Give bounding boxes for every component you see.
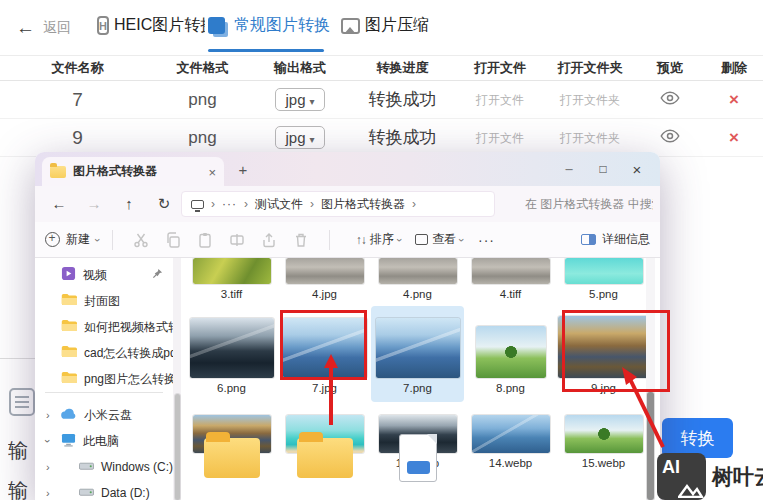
column-header: 转换进度 (350, 59, 455, 77)
sidebar-item-label: 封面图 (84, 293, 120, 310)
chevron-down-icon (310, 129, 315, 146)
file-item[interactable]: 4.png (371, 258, 464, 304)
file-item[interactable]: 7.png (371, 306, 464, 402)
preview-cell (635, 129, 705, 147)
search-input[interactable]: 在 图片格式转换器 中搜索 (525, 191, 653, 217)
open-file-cell: 打开文件 (455, 90, 545, 109)
view-button[interactable]: 查看 (415, 231, 464, 248)
open-file-cell: 打开文件 (455, 128, 545, 147)
file-item[interactable] (371, 430, 464, 500)
details-toggle-button[interactable]: 详细信息 (581, 231, 650, 248)
rename-icon[interactable] (221, 232, 253, 248)
computer-icon (61, 433, 76, 450)
explorer-titlebar[interactable]: 图片格式转换器 (35, 152, 660, 186)
file-name-label: 3.tiff (221, 288, 243, 300)
chevron-right-icon (244, 197, 248, 211)
sidebar-item[interactable]: 视频 (35, 264, 173, 286)
eye-icon[interactable] (660, 129, 680, 143)
folder-icon (50, 166, 66, 178)
breadcrumb-overflow[interactable] (222, 197, 237, 211)
nav-forward-icon[interactable] (84, 195, 104, 213)
file-thumbnail (376, 318, 460, 378)
chevron-icon[interactable] (46, 461, 50, 473)
new-button[interactable]: 新建 (45, 231, 100, 248)
open-file-link[interactable]: 打开文件 (476, 131, 524, 145)
cut-icon[interactable] (125, 232, 157, 248)
delete-x-icon[interactable]: × (729, 128, 739, 147)
sidebar-item-label: Windows (C:) (101, 460, 173, 474)
sidebar-scrollbar[interactable] (173, 258, 181, 500)
scrollbar-thumb[interactable] (647, 392, 654, 500)
chevron-icon[interactable] (42, 439, 54, 443)
open-file-link[interactable]: 打开文件 (476, 93, 524, 107)
tab-image-compress[interactable]: 图片压缩 (341, 15, 429, 36)
delete-cell: × (705, 90, 763, 110)
column-header: 打开文件 (455, 59, 545, 77)
close-icon[interactable] (620, 161, 654, 178)
file-item[interactable] (185, 430, 278, 500)
nav-back-icon[interactable] (49, 195, 69, 213)
sidebar-item-label: 如何把视频格式转成gif (84, 319, 173, 336)
more-options-button[interactable] (478, 232, 495, 248)
minimize-icon[interactable] (552, 162, 586, 176)
copy-icon[interactable] (157, 232, 189, 248)
sidebar-item[interactable]: Data (D:) (35, 482, 173, 500)
file-item[interactable]: 4.tiff (464, 258, 557, 304)
open-folder-link[interactable]: 打开文件夹 (560, 131, 620, 145)
sidebar-item-label: Data (D:) (101, 486, 150, 500)
nav-refresh-icon[interactable] (154, 195, 174, 213)
this-pc-icon[interactable] (191, 200, 204, 209)
share-icon[interactable] (253, 232, 285, 248)
progress-status: 转换成功 (350, 88, 455, 111)
sidebar-item[interactable]: 此电脑 (35, 430, 173, 452)
chevron-icon[interactable] (46, 409, 50, 421)
explorer-tab[interactable]: 图片格式转换器 (42, 157, 224, 186)
sidebar-item[interactable]: png图片怎么转换为jpg (35, 368, 173, 390)
file-item[interactable]: 5.png (557, 258, 650, 304)
file-item[interactable]: 6.png (185, 306, 278, 402)
delete-x-icon[interactable]: × (729, 90, 739, 109)
paste-icon[interactable] (189, 232, 221, 248)
new-tab-button[interactable] (233, 161, 253, 181)
sidebar-item[interactable]: 小米云盘 (35, 404, 173, 426)
convert-button[interactable]: 转换 (662, 418, 733, 458)
nav-up-icon[interactable] (119, 195, 139, 213)
brand-name: 树叶云 (712, 463, 763, 491)
partial-label-output-dir: 输 (8, 477, 38, 500)
sidebar-item[interactable]: 如何把视频格式转成gif (35, 316, 173, 338)
pin-icon (152, 268, 163, 282)
tab-label: 图片压缩 (365, 15, 429, 36)
maximize-icon[interactable] (586, 162, 620, 176)
file-item[interactable]: 4.jpg (278, 258, 371, 304)
file-name-label: 7.png (403, 382, 432, 394)
file-item[interactable] (278, 430, 371, 500)
scrollbar-thumb[interactable] (175, 394, 180, 500)
table-row: 7pngjpg转换成功打开文件打开文件夹× (0, 81, 763, 119)
sidebar-item[interactable]: Windows (C:) (35, 456, 173, 478)
address-bar[interactable]: 测试文件 图片格式转换器 (181, 191, 495, 217)
eye-icon[interactable] (660, 91, 680, 105)
address-bar-row: 测试文件 图片格式转换器 在 图片格式转换器 中搜索 (35, 186, 660, 222)
output-format-dropdown[interactable]: jpg (275, 88, 324, 111)
sidebar-item[interactable]: 封面图 (35, 290, 173, 312)
file-format-cell: png (155, 90, 250, 110)
tab-close-icon[interactable] (208, 163, 216, 181)
back-button[interactable]: 返回 (16, 17, 71, 39)
column-header: 打开文件夹 (545, 59, 635, 77)
toolbar-divider (329, 230, 330, 250)
file-thumbnail (476, 326, 546, 378)
sidebar-item[interactable]: cad怎么转换成pdf格式 (35, 342, 173, 364)
tab-heic-convert[interactable]: HEIC图片转换 (97, 15, 205, 36)
file-item[interactable]: 8.png (464, 306, 557, 402)
sort-button[interactable]: 排序 (356, 231, 402, 248)
file-item[interactable]: 3.tiff (185, 258, 278, 304)
open-folder-link[interactable]: 打开文件夹 (560, 93, 620, 107)
tab-regular-convert[interactable]: 常规图片转换 (208, 15, 330, 36)
output-format-dropdown[interactable]: jpg (275, 126, 324, 149)
delete-icon[interactable] (285, 232, 317, 248)
table-header-row: 文件名称文件格式输出格式转换进度打开文件打开文件夹预览删除 (0, 55, 763, 81)
output-format-cell: jpg (250, 126, 350, 149)
breadcrumb-converter-folder[interactable]: 图片格式转换器 (321, 196, 405, 213)
chevron-icon[interactable] (46, 487, 50, 499)
breadcrumb-test-files[interactable]: 测试文件 (255, 196, 303, 213)
